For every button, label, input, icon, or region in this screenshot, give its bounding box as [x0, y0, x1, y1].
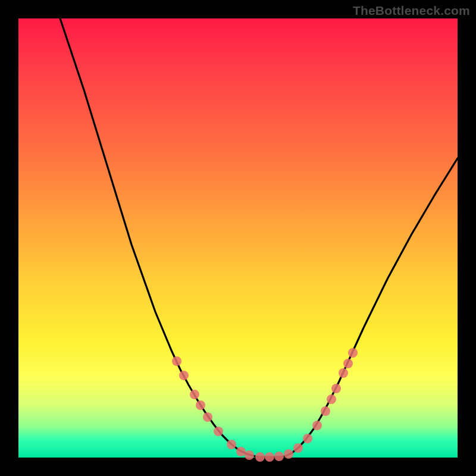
marker-point [343, 359, 353, 368]
curve-left-branch [60, 18, 255, 456]
marker-point [190, 390, 199, 399]
marker-point [227, 440, 236, 449]
chart-frame: TheBottleneck.com [0, 0, 476, 476]
marker-point [321, 406, 330, 416]
watermark-text: TheBottleneck.com [353, 4, 470, 18]
marker-point [203, 412, 212, 422]
curve-svg [18, 18, 458, 458]
marker-point [348, 348, 358, 358]
plot-area [18, 18, 458, 458]
marker-point [214, 427, 223, 436]
marker-point [327, 394, 336, 404]
marker-point [312, 421, 322, 430]
highlighted-points [172, 348, 358, 462]
marker-point [179, 371, 189, 380]
marker-point [255, 452, 265, 462]
marker-point [303, 434, 312, 443]
marker-point [196, 400, 205, 410]
marker-point [245, 450, 254, 460]
marker-point [274, 452, 284, 461]
marker-point [172, 356, 181, 366]
marker-point [265, 452, 274, 462]
marker-point [284, 449, 293, 459]
curve-right-branch [285, 158, 458, 456]
marker-point [236, 447, 246, 456]
marker-point [339, 368, 348, 378]
marker-point [331, 384, 341, 393]
marker-point [293, 443, 303, 453]
